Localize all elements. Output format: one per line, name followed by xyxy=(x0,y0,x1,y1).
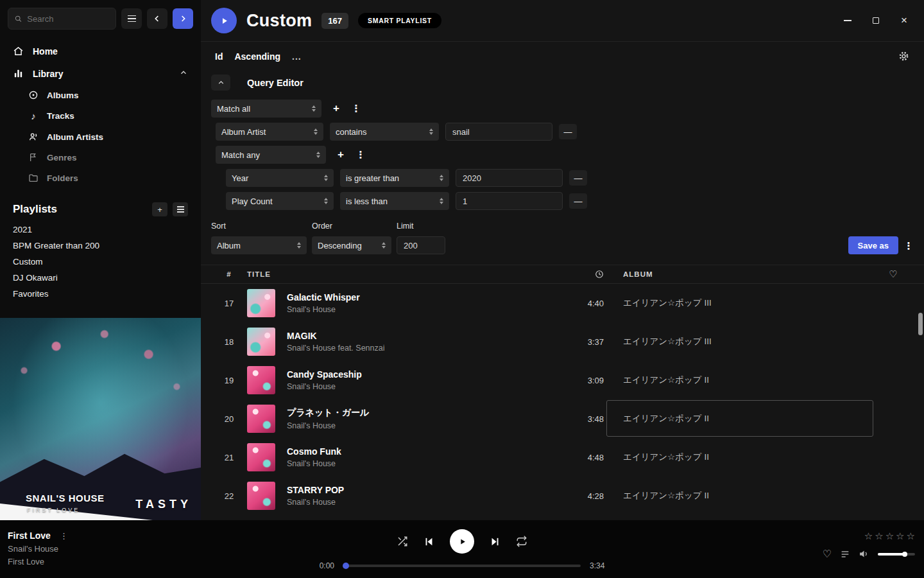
favorite-button[interactable]: ♡ xyxy=(823,548,832,560)
track-row[interactable]: 19 Candy Spaceship Snail's House 3:09 エイ… xyxy=(201,361,924,399)
playlist-list-button[interactable] xyxy=(173,202,188,216)
add-playlist-button[interactable]: + xyxy=(152,202,167,216)
track-album: エイリアン☆ポップ II xyxy=(605,490,873,502)
track-row[interactable]: 17 Galactic Whisper Snail's House 4:40 エ… xyxy=(201,284,924,322)
rule-operator-select[interactable]: is less than xyxy=(340,192,449,210)
sort-direction-label[interactable]: Ascending xyxy=(234,51,280,62)
track-duration: 3:48 xyxy=(567,414,605,424)
column-number[interactable]: # xyxy=(211,270,247,278)
search-icon xyxy=(15,15,22,23)
limit-input[interactable] xyxy=(397,236,445,254)
chevron-up-icon[interactable] xyxy=(179,68,188,79)
sort-field-label[interactable]: Id xyxy=(215,51,223,62)
column-title[interactable]: TITLE xyxy=(247,270,567,278)
seek-handle[interactable] xyxy=(343,563,349,569)
now-playing-menu-button[interactable]: ⋮ xyxy=(60,531,68,541)
minimize-button[interactable] xyxy=(838,11,857,30)
remove-rule-button[interactable]: — xyxy=(559,124,577,139)
sidebar: Home Library Albums ♪ Tracks xyxy=(0,0,201,520)
group-menu-button[interactable]: ⋮ xyxy=(351,100,361,117)
playlist-item[interactable]: Custom xyxy=(0,254,201,270)
playlist-item[interactable]: 2021 xyxy=(0,222,201,238)
star-icon[interactable]: ☆ xyxy=(886,530,894,542)
sidebar-item-albums[interactable]: Albums xyxy=(0,85,201,105)
sidebar-item-home[interactable]: Home xyxy=(0,40,201,62)
more-options-button[interactable]: ... xyxy=(292,51,302,62)
search-box[interactable] xyxy=(8,8,116,30)
player-controls: 0:00 3:34 xyxy=(263,529,661,570)
playlist-item[interactable]: BPM Greater than 200 xyxy=(0,238,201,254)
star-icon[interactable]: ☆ xyxy=(875,530,883,542)
queue-button[interactable] xyxy=(840,549,850,559)
play-playlist-button[interactable] xyxy=(211,8,237,33)
sort-select[interactable]: Album xyxy=(211,236,307,254)
sidebar-item-folders[interactable]: Folders xyxy=(0,168,201,188)
rule-field-select[interactable]: Year xyxy=(226,169,334,187)
rule-value-input[interactable] xyxy=(456,192,563,210)
match-mode-select[interactable]: Match all xyxy=(211,100,321,118)
rule-field-select[interactable]: Play Count xyxy=(226,192,334,210)
star-icon[interactable]: ☆ xyxy=(864,530,873,542)
maximize-button[interactable] xyxy=(866,11,886,30)
search-input[interactable] xyxy=(27,14,109,24)
nav-label: Album Artists xyxy=(47,132,103,142)
rule-operator-select[interactable]: contains xyxy=(330,123,439,141)
repeat-button[interactable] xyxy=(516,536,527,547)
remove-rule-button[interactable]: — xyxy=(569,170,587,186)
add-rule-button[interactable]: + xyxy=(328,100,345,117)
previous-button[interactable] xyxy=(424,536,434,547)
shuffle-button[interactable] xyxy=(397,536,408,547)
column-album[interactable]: ALBUM xyxy=(605,270,873,278)
playlist-item[interactable]: Favorites xyxy=(0,286,201,302)
playlist-item[interactable]: DJ Okawari xyxy=(0,270,201,286)
sidebar-item-tracks[interactable]: ♪ Tracks xyxy=(0,105,201,127)
sidebar-item-album-artists[interactable]: Album Artists xyxy=(0,127,201,147)
menu-button[interactable] xyxy=(121,8,142,29)
volume-fill xyxy=(878,553,905,556)
volume-slider[interactable] xyxy=(878,553,915,556)
track-title: プラネット・ガール xyxy=(287,407,567,419)
save-as-button[interactable]: Save as xyxy=(848,236,898,254)
star-icon[interactable]: ☆ xyxy=(907,530,915,542)
close-button[interactable]: × xyxy=(894,11,914,30)
add-rule-button[interactable]: + xyxy=(332,146,349,163)
now-playing-title: First Love xyxy=(8,530,51,541)
query-editor-title: Query Editor xyxy=(247,78,304,88)
play-pause-button[interactable] xyxy=(450,529,474,554)
star-icon[interactable]: ☆ xyxy=(896,530,904,542)
close-icon: × xyxy=(901,14,907,27)
rule-operator-select[interactable]: is greater than xyxy=(340,169,449,187)
select-value: Play Count xyxy=(232,197,273,206)
rule-row: Play Count is less than — xyxy=(226,192,914,210)
track-row[interactable]: 20 プラネット・ガール Snail's House 3:48 エイリアン☆ポッ… xyxy=(201,399,924,438)
save-menu-button[interactable]: ⋮ xyxy=(903,238,914,254)
updown-caret-icon xyxy=(440,175,443,182)
order-select[interactable]: Descending xyxy=(312,236,391,254)
now-playing-artwork[interactable]: SNAIL'S HOUSE FIRST LOVE TASTY xyxy=(0,318,201,520)
rule-value-input[interactable] xyxy=(456,169,563,187)
rule-field-select[interactable]: Album Artist xyxy=(216,123,323,141)
remove-rule-button[interactable]: — xyxy=(569,193,587,209)
track-title: STARRY POP xyxy=(287,485,567,495)
track-row[interactable]: 21 Cosmo Funk Snail's House 4:48 エイリアン☆ポ… xyxy=(201,438,924,477)
volume-button[interactable] xyxy=(859,548,869,559)
track-number: 17 xyxy=(211,299,247,308)
volume-handle[interactable] xyxy=(902,552,907,557)
settings-button[interactable] xyxy=(898,50,910,62)
next-button[interactable] xyxy=(490,536,501,547)
column-duration[interactable] xyxy=(567,270,605,279)
sidebar-item-genres[interactable]: Genres xyxy=(0,147,201,168)
back-button[interactable] xyxy=(147,8,167,29)
column-favorite[interactable]: ♡ xyxy=(873,268,914,280)
forward-button[interactable] xyxy=(173,8,193,29)
seek-bar[interactable] xyxy=(343,565,581,567)
scrollbar-thumb[interactable] xyxy=(918,313,923,335)
select-value: Match any xyxy=(221,150,260,160)
track-row[interactable]: 22 STARRY POP Snail's House 4:28 エイリアン☆ポ… xyxy=(201,477,924,515)
collapse-button[interactable] xyxy=(211,74,230,91)
group-menu-button[interactable]: ⋮ xyxy=(355,146,366,163)
rule-value-input[interactable] xyxy=(445,123,552,141)
sidebar-item-library[interactable]: Library xyxy=(0,62,201,85)
track-row[interactable]: 18 MAGIK Snail's House feat. Sennzai 3:3… xyxy=(201,322,924,361)
match-mode-select[interactable]: Match any xyxy=(216,146,326,164)
